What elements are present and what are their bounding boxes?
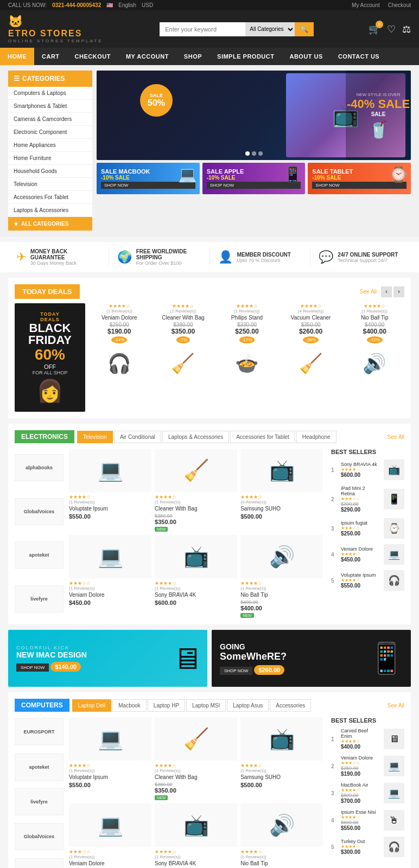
- electronics-see-all[interactable]: See All: [388, 434, 404, 440]
- computers-products-grid: 💻 ★★★★☆ (1 Review(s)) Voluptate Ipsum $5…: [69, 717, 326, 868]
- cat-home-appliances[interactable]: Home Appliances: [8, 139, 92, 152]
- cat-laptops-accessories[interactable]: Laptops & Accessories: [8, 204, 92, 217]
- deal-reviews-1: (1 Review(s)): [154, 309, 213, 314]
- cat-electronic-component[interactable]: Electronic Component: [8, 126, 92, 139]
- cart-icon[interactable]: 🛒 0: [369, 23, 380, 35]
- comp-bs-2: 3 MacBook Air ★★★★☆ $800.00 $700.00 💻: [331, 782, 404, 804]
- cat-television[interactable]: Television: [8, 178, 92, 191]
- comp-tab-5[interactable]: Accessories: [270, 699, 311, 712]
- deal-reviews-2: (1 Review(s)): [217, 309, 277, 314]
- electronics-header: ELECTRONICS Television Air Conditional L…: [15, 430, 404, 443]
- deals-prev-btn[interactable]: ‹: [381, 286, 392, 297]
- comp-tab-0[interactable]: Laptop Dell: [72, 699, 112, 712]
- bf-for: FOR ALL SHOP: [33, 370, 68, 375]
- comp-brand-2: livefyre: [15, 788, 64, 815]
- promo-somewhere-shop[interactable]: SHOP NOW: [220, 667, 252, 675]
- sidebar-categories: ☰ CATEGORIES Computers & Laptops Smartph…: [8, 71, 92, 231]
- comp-tab-1[interactable]: Macbook: [112, 699, 147, 712]
- comp-bs-1: 2 Veniam Dolore ★★★☆☆ $250.00 $190.00 💻: [331, 755, 404, 777]
- comp-img-1: 🧹: [155, 717, 237, 761]
- logo-name: ETRO STORES: [8, 29, 82, 39]
- hero-side-text: NEW STYLE IS OVER -40% SALE SALE 🥤: [346, 71, 411, 160]
- deal-old-price-2: $330.00: [217, 322, 277, 328]
- electronics-tab-3[interactable]: Accessories for Tablet: [230, 431, 295, 443]
- nav-simple-product[interactable]: SIMPLE PRODUCT: [210, 48, 282, 65]
- logo[interactable]: 🐱 ETRO STORES ONLINE STORES TEMPLATE: [8, 15, 103, 43]
- search-button[interactable]: 🔍: [295, 22, 314, 36]
- deal-new-price-0: $190.00: [90, 328, 149, 335]
- feature-member-discount: 👤 MEMBER DISCOUNT Upto 70 % Discount: [210, 248, 311, 266]
- shipping-icon: 🌍: [117, 250, 132, 264]
- electronics-section: ELECTRONICS Television Air Conditional L…: [8, 424, 411, 624]
- support-desc: Technical Support 24/7: [338, 258, 398, 263]
- deals-next-btn[interactable]: ›: [393, 286, 404, 297]
- deal-new-price-4: $400.00: [345, 328, 404, 335]
- comp-tab-4[interactable]: Laptop Asus: [227, 699, 269, 712]
- nav-about-us[interactable]: ABOUT US: [282, 48, 330, 65]
- computers-see-all[interactable]: See All: [388, 703, 404, 709]
- cat-accessories-tablet[interactable]: Accessories For Tablet: [8, 191, 92, 204]
- nav-checkout[interactable]: CHECKOUT: [67, 48, 118, 65]
- electronics-tab-4[interactable]: Headphone: [296, 431, 337, 443]
- deal-old-price-4: $400.00: [345, 322, 404, 328]
- currency-selector[interactable]: USD: [142, 2, 153, 8]
- my-account-link[interactable]: My Account: [352, 2, 380, 8]
- deal-name-2: Philips Stand: [217, 315, 277, 321]
- search-input[interactable]: [160, 22, 245, 36]
- elec-img-5: 🔊: [240, 535, 323, 578]
- promo-imac-shop[interactable]: SHOP NOW: [16, 663, 49, 672]
- nav-shop[interactable]: SHOP: [176, 48, 210, 65]
- cat-computers-laptops[interactable]: Computers & Laptops: [8, 87, 92, 100]
- money-back-desc: 30 Days Money Back: [30, 260, 100, 266]
- hero-area: SALE 50% 📺 NEW STYLE IS OVER -40% SALE S…: [97, 71, 411, 231]
- today-deals-title: TODAY DEALS: [15, 284, 80, 299]
- deal-product-0: ★★★★☆ (1 Review(s)) Veniam Dolore $250.0…: [90, 303, 149, 412]
- all-categories-link[interactable]: ★ ALL CATEGORIES: [8, 217, 92, 231]
- logo-subtitle: ONLINE STORES TEMPLATE: [8, 39, 103, 43]
- support-icon: 💬: [319, 250, 333, 264]
- elec-img-1: 🧹: [155, 449, 237, 492]
- sale-label: SALE: [371, 111, 386, 117]
- dot-2[interactable]: [252, 151, 256, 156]
- comp-bs-0: 1 Carved Beef Enim ★★★★☆ $400.00 🖥: [331, 728, 404, 750]
- checkout-link[interactable]: Checkout: [388, 2, 411, 8]
- compare-icon[interactable]: ⚖: [402, 23, 411, 35]
- cat-smartphones-tablet[interactable]: Smartphones & Tablet: [8, 100, 92, 113]
- category-select[interactable]: All Categories: [245, 22, 295, 36]
- elec-stars-1: ★★★★☆: [155, 494, 237, 500]
- deal-new-price-1: $350.00: [154, 328, 213, 335]
- today-deals-see-all[interactable]: See All: [360, 289, 377, 295]
- elec-name-5: Nio Ball Tip: [240, 592, 323, 598]
- nav-home[interactable]: HOME: [0, 48, 34, 65]
- dot-1[interactable]: [245, 151, 250, 156]
- deal-img-0: 🎧: [90, 344, 149, 382]
- elec-product-3: 💻 ★★★☆☆ (1 Review(s)) Veniam Dolore $450…: [69, 535, 151, 618]
- electronics-tab-2[interactable]: Laptops & Accessories: [162, 431, 229, 443]
- comp-img-0: 💻: [69, 717, 151, 761]
- elec-name-1: Cleaner With Bag: [155, 506, 237, 512]
- sub-banner-apple: SALE APPLE -10% SALE SHOP NOW 📱: [202, 163, 306, 194]
- promo-imac-colorful: COLORFUL KICK: [16, 645, 87, 650]
- electronics-tab-1[interactable]: Air Conditional: [114, 431, 161, 443]
- cat-home-furniture[interactable]: Home Furniture: [8, 152, 92, 165]
- brand-livefyre: livefyre: [15, 585, 64, 612]
- comp-tab-3[interactable]: Laptop MSI: [186, 699, 226, 712]
- elec-name-3: Veniam Dolore: [69, 592, 151, 598]
- language-selector[interactable]: English: [118, 2, 136, 8]
- comp-tab-2[interactable]: Laptop HP: [148, 699, 185, 712]
- discount-desc: Upto 70 % Discount: [237, 258, 291, 263]
- dot-3[interactable]: [258, 151, 263, 156]
- nav-cart[interactable]: CART: [34, 48, 67, 65]
- electronics-tab-0[interactable]: Television: [77, 431, 113, 443]
- wishlist-icon[interactable]: ♡: [387, 23, 396, 35]
- deal-name-1: Cleaner With Bag: [154, 315, 213, 321]
- feature-strip: ✈ MONEY BACK GUARANTEE 30 Days Money Bac…: [0, 242, 419, 272]
- brand-alphabooks: alphabooks: [15, 454, 64, 481]
- deal-stars-1: ★★★★☆: [154, 303, 213, 309]
- promo-imac-main: NEW IMAC DESIGN: [16, 650, 87, 660]
- bf-black: BLACK: [29, 322, 71, 334]
- cat-household-goods[interactable]: Household Goods: [8, 165, 92, 178]
- nav-my-account[interactable]: MY ACCOUNT: [118, 48, 176, 65]
- cat-cameras-camcorders[interactable]: Cameras & Camcorders: [8, 113, 92, 126]
- nav-contact-us[interactable]: CONTACT US: [331, 48, 387, 65]
